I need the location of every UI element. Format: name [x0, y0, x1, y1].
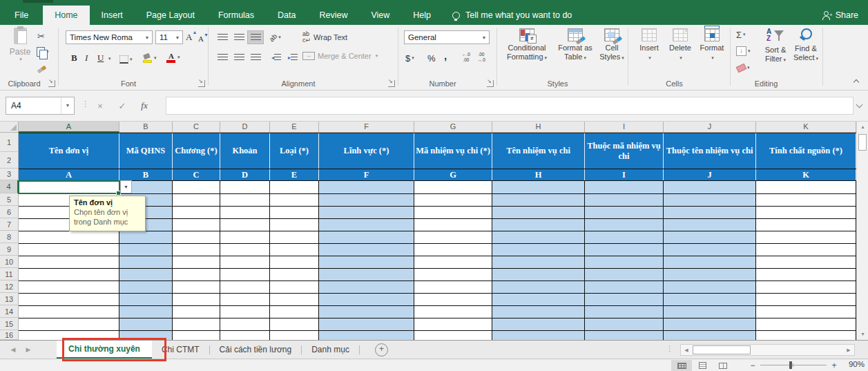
cell-C5[interactable] [173, 194, 220, 206]
accounting-format-button[interactable]: $▾ [405, 51, 414, 65]
insert-function-button[interactable]: fx [134, 97, 155, 115]
cell-A15[interactable] [19, 318, 119, 330]
copy-button[interactable]: ▾ [37, 45, 49, 59]
column-header-I[interactable]: I [585, 122, 664, 133]
cell-A9[interactable] [19, 244, 119, 256]
cell-F7[interactable] [319, 219, 414, 231]
cell-C6[interactable] [173, 207, 220, 218]
cell-B10[interactable] [119, 256, 173, 268]
cell-E10[interactable] [270, 256, 319, 268]
cell-G8[interactable] [414, 231, 492, 243]
cell-I5[interactable] [585, 194, 664, 206]
scroll-left-arrow[interactable]: ◀ [681, 345, 692, 355]
cell-F11[interactable] [319, 269, 414, 280]
font-color-button[interactable]: A▾ [166, 50, 180, 64]
cell-A11[interactable] [19, 269, 119, 280]
cell-C15[interactable] [173, 318, 220, 330]
cell-H11[interactable] [492, 269, 585, 280]
cell-F5[interactable] [319, 194, 414, 206]
cell-E8[interactable] [270, 231, 319, 243]
column-header-F[interactable]: F [319, 122, 414, 133]
band-cell-K[interactable]: K [756, 169, 856, 180]
cell-F12[interactable] [319, 281, 414, 293]
band-cell-C[interactable]: C [173, 169, 220, 180]
share-button[interactable]: + Share [822, 6, 858, 25]
tab-data[interactable]: Data [266, 6, 307, 25]
vertical-scroll-thumb[interactable] [858, 134, 867, 151]
sheet-tab-chi-thuong-xuyen[interactable]: Chi thường xuyên [57, 341, 152, 359]
select-all-corner[interactable] [0, 122, 19, 133]
font-name-combo[interactable]: Times New Roma ▼ [66, 30, 153, 44]
cell-K8[interactable] [756, 231, 856, 243]
conditional-formatting-button[interactable]: ≠ Conditional Formatting▾ [503, 28, 551, 61]
cell-D11[interactable] [220, 269, 270, 280]
cell-J8[interactable] [664, 231, 756, 243]
row-header-4[interactable]: 4 [0, 180, 19, 193]
header-cell-E[interactable]: Loại (*) [270, 133, 319, 169]
clipboard-dialog-launcher[interactable] [48, 80, 55, 87]
cell-K13[interactable] [756, 294, 856, 305]
cell-I7[interactable] [585, 219, 664, 231]
cell-J9[interactable] [664, 244, 756, 256]
cell-K6[interactable] [756, 207, 856, 218]
cell-A10[interactable] [19, 256, 119, 268]
cell-K9[interactable] [756, 244, 856, 256]
cell-J15[interactable] [664, 318, 756, 330]
formula-bar-divider[interactable]: ⋮ [81, 99, 89, 108]
cell-G7[interactable] [414, 219, 492, 231]
bold-button[interactable]: B [71, 51, 77, 65]
row-header-12[interactable]: 12 [0, 280, 19, 293]
cell-I4[interactable] [585, 181, 664, 193]
cell-E9[interactable] [270, 244, 319, 256]
tell-me-box[interactable]: Tell me what you want to do [452, 6, 572, 25]
tab-help[interactable]: Help [401, 6, 443, 25]
bottom-align-button[interactable] [247, 30, 264, 44]
scroll-down-arrow[interactable]: ▼ [858, 329, 868, 340]
row-header-11[interactable]: 11 [0, 268, 19, 280]
cell-H6[interactable] [492, 207, 585, 218]
tab-page-layout[interactable]: Page Layout [135, 6, 206, 25]
cell-F6[interactable] [319, 207, 414, 218]
zoom-in-button[interactable]: + [831, 361, 838, 370]
cell-G13[interactable] [414, 294, 492, 305]
cell-D6[interactable] [220, 207, 270, 218]
cell-A13[interactable] [19, 294, 119, 305]
row-header-2[interactable]: 2 [0, 152, 19, 169]
cut-button[interactable]: ✂ [37, 29, 45, 43]
cell-J4[interactable] [664, 181, 756, 193]
cell-K11[interactable] [756, 269, 856, 280]
sheet-nav-left-arrow[interactable]: ◀ [6, 341, 21, 359]
cell-D10[interactable] [220, 256, 270, 268]
cell-K4[interactable] [756, 181, 856, 193]
cell-C10[interactable] [173, 256, 220, 268]
cell-F13[interactable] [319, 294, 414, 305]
cell-K14[interactable] [756, 306, 856, 318]
cell-H15[interactable] [492, 318, 585, 330]
band-cell-H[interactable]: H [492, 169, 585, 180]
header-cell-G[interactable]: Mã nhiệm vụ chi (*) [414, 133, 492, 169]
column-header-A[interactable]: A [19, 122, 119, 133]
cell-I13[interactable] [585, 294, 664, 305]
cell-B11[interactable] [119, 269, 173, 280]
cell-C4[interactable] [173, 181, 220, 193]
cell-G14[interactable] [414, 306, 492, 318]
percent-style-button[interactable]: % [427, 51, 436, 65]
sheet-tab-chi-ctmt[interactable]: Chi CTMT [152, 341, 209, 359]
sheet-tab-cai-cach-tien-luong[interactable]: Cải cách tiền lương [210, 341, 302, 359]
cell-E14[interactable] [270, 306, 319, 318]
cell-E15[interactable] [270, 318, 319, 330]
header-cell-H[interactable]: Tên nhiệm vụ chi [492, 133, 585, 169]
alignment-dialog-launcher[interactable] [388, 80, 395, 87]
cell-B16[interactable] [119, 331, 173, 340]
cancel-button[interactable]: × [90, 97, 110, 115]
fill-button[interactable]: ↓▾ [736, 44, 751, 58]
cell-J16[interactable] [664, 331, 756, 340]
header-cell-A[interactable]: Tên đơn vị [19, 133, 119, 169]
merge-center-button[interactable]: ↔ Merge & Center ▾ [302, 52, 378, 60]
cell-D8[interactable] [220, 231, 270, 243]
underline-button[interactable]: U [97, 51, 104, 65]
band-cell-D[interactable]: D [220, 169, 270, 180]
cell-I11[interactable] [585, 269, 664, 280]
band-cell-B[interactable]: B [119, 169, 173, 180]
cell-K5[interactable] [756, 194, 856, 206]
